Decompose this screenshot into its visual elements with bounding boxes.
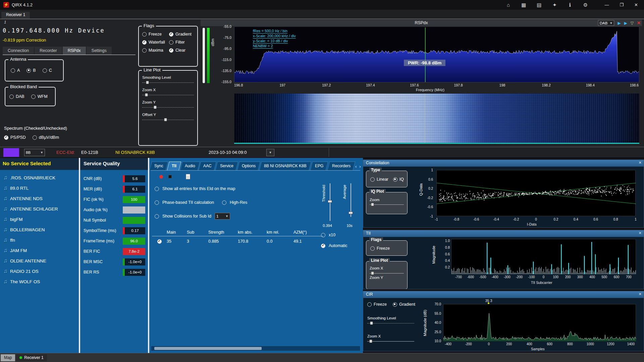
settings-icon[interactable]: ⚙ (582, 2, 588, 8)
map-icon[interactable]: ▤ (536, 2, 542, 8)
slider-thumb[interactable] (371, 272, 374, 275)
check-filter[interactable]: Filter (169, 40, 195, 45)
subid-combo[interactable]: 1 ▼ (215, 213, 230, 220)
slider-thumb[interactable] (145, 93, 148, 97)
threshold-slider[interactable] (328, 183, 332, 221)
filter-icon[interactable]: ▽ (631, 21, 634, 25)
tab-recorder[interactable]: Recorder (35, 47, 62, 55)
slider-thumb[interactable] (348, 212, 353, 214)
service-item[interactable]: ♫bigFM (0, 214, 79, 224)
statusbar-tab-map[interactable]: Map (1, 354, 15, 361)
tii-plot[interactable] (451, 239, 636, 274)
scrollbar-thumb[interactable] (154, 347, 262, 350)
service-item[interactable]: ♫ANTENNE SCHLAGER (0, 204, 79, 214)
radio-iq[interactable]: IQ (393, 177, 404, 182)
slider-thumb[interactable] (371, 203, 374, 206)
close-icon[interactable]: ✕ (639, 161, 642, 165)
service-item[interactable]: ♫JAM FM (0, 245, 79, 255)
tab-options[interactable]: Options (237, 162, 261, 170)
radio-linear[interactable]: Linear (370, 177, 388, 182)
radio-dab[interactable]: DAB (9, 94, 24, 99)
service-item[interactable]: ♫ffn (0, 235, 79, 245)
checkbox-show-collisions[interactable] (155, 214, 159, 219)
iq-zoom-slider[interactable] (370, 202, 404, 207)
check-clear[interactable]: Clear (169, 48, 195, 53)
checkbox-phase-based[interactable] (155, 200, 159, 205)
statusbar-tab-receiver-1[interactable]: Receiver 1 (16, 354, 47, 361)
check-waterfall[interactable]: Waterfall (142, 40, 168, 45)
table-row[interactable]: 3530.885170.80.049.1 (152, 236, 323, 246)
service-item[interactable]: ♫.ROS. OSNABRUECK (0, 173, 79, 183)
cir-plot[interactable] (443, 304, 636, 341)
service-item[interactable]: ♫The WOLF OS (0, 277, 79, 287)
grid-icon[interactable]: ▦ (521, 2, 527, 8)
tab-rspdx[interactable]: RSPdx (63, 47, 86, 55)
stop-icon[interactable] (168, 175, 172, 178)
slider-thumb[interactable] (370, 321, 373, 325)
close-receiver-icon[interactable]: ✕ (637, 20, 641, 25)
tab-connection[interactable]: Connection (3, 47, 34, 55)
close-icon[interactable]: ✕ (639, 292, 642, 296)
slider-smoothing-level[interactable] (367, 321, 414, 325)
slider-zoom-x[interactable] (370, 271, 404, 276)
tab-settings[interactable]: Settings (87, 47, 112, 55)
radio-b[interactable]: B (26, 68, 36, 73)
minimize-button[interactable]: — (604, 2, 609, 7)
radio-freeze[interactable]: Freeze (370, 246, 390, 251)
slider-thumb[interactable] (146, 81, 149, 84)
close-button[interactable]: ✕ (634, 2, 638, 7)
check-maxima[interactable]: Maxima (142, 48, 168, 53)
waterfall[interactable] (234, 94, 639, 144)
slider-offset-y[interactable] (142, 118, 194, 122)
spectrum-plot[interactable]: fRes = 500,0 Hz / binx-Scale: 200,000 kH… (234, 26, 639, 82)
service-item[interactable]: ♫BOLLERWAGEN (0, 225, 79, 235)
tab-audio[interactable]: Audio (180, 162, 200, 170)
service-item[interactable]: ♫89.0 RTL (0, 183, 79, 193)
row-checkbox[interactable] (157, 239, 162, 244)
radio-c[interactable]: C (43, 68, 52, 73)
check-ps-psd[interactable]: PS/PSD (4, 135, 26, 140)
slider-smoothing-level[interactable] (142, 80, 194, 85)
radio-gradient[interactable]: Gradient (393, 302, 415, 307)
constellation-plot[interactable] (436, 170, 636, 216)
document-icon[interactable] (186, 174, 190, 179)
record-icon[interactable] (159, 175, 163, 179)
slider-zoom-x[interactable] (367, 339, 414, 344)
radio-high-res[interactable] (222, 200, 226, 205)
play-icon[interactable]: ▶ (618, 21, 621, 25)
spectrum-scale-slider[interactable] (203, 28, 205, 83)
tab-service[interactable]: Service (215, 162, 238, 170)
radio-a[interactable]: A (11, 68, 20, 73)
tab-recorders[interactable]: Recorders (327, 162, 355, 170)
receiver-tab[interactable]: Receiver 1 (1, 12, 30, 19)
check-gradient[interactable]: Gradient (169, 32, 195, 37)
slider-thumb[interactable] (328, 200, 332, 203)
slider-zoom-y[interactable] (142, 105, 194, 110)
radio-wfm[interactable]: WFM (31, 94, 48, 99)
tab-8b-ni-osnabrck-k8b[interactable]: 8B NI OSNABRCK K8B (259, 162, 311, 170)
tab-sync[interactable]: Sync (150, 162, 168, 170)
check-freeze[interactable]: Freeze (142, 32, 168, 37)
service-item[interactable]: ♫RADIO 21 OS (0, 266, 79, 276)
tab-tii[interactable]: TII (167, 162, 181, 170)
timestamp-dropdown-button[interactable]: ▼ (266, 149, 274, 156)
tab-next-icon[interactable]: › (359, 164, 361, 169)
horizontal-scrollbar[interactable] (151, 346, 360, 351)
slider-zoom-x[interactable] (142, 93, 194, 97)
maximize-button[interactable]: ❐ (620, 2, 624, 7)
play-all-icon[interactable]: ▶ (624, 21, 627, 25)
tab-aac[interactable]: AAC (199, 162, 216, 170)
close-icon[interactable]: ✕ (639, 231, 642, 235)
radio-db-v-dbm[interactable]: dBµV/dBm (33, 135, 59, 140)
slider-thumb[interactable] (154, 106, 157, 109)
home-icon[interactable]: ⌂ (505, 2, 511, 8)
band-combo[interactable]: DAB ▼ (598, 20, 614, 26)
radio-freeze[interactable]: Freeze (367, 302, 387, 307)
info-icon[interactable]: ℹ (567, 2, 573, 8)
service-item[interactable]: ♫ANTENNE NDS (0, 193, 79, 203)
checkbox-show-all-entries[interactable] (155, 187, 159, 191)
slider-thumb[interactable] (369, 340, 372, 343)
slider-thumb[interactable] (164, 118, 167, 121)
service-item[interactable]: ♫OLDIE ANTENNE (0, 256, 79, 266)
average-slider[interactable] (348, 183, 353, 217)
